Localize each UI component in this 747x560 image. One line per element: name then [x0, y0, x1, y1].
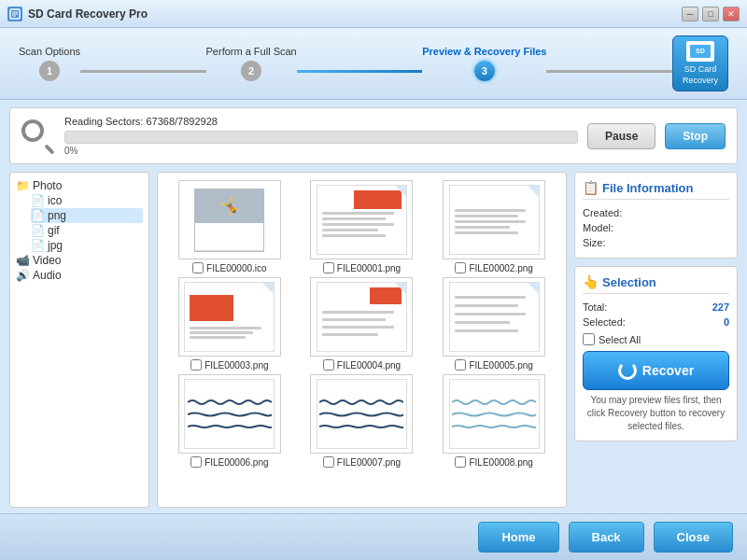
tree-item-png[interactable]: 📄 png [31, 208, 143, 223]
title-bar: SD Card Recovery Pro ─ □ ✕ [0, 0, 747, 28]
tree-item-gif[interactable]: 📄 gif [31, 223, 143, 238]
selection-selected-label: Selected: [583, 316, 626, 328]
file-checkbox-5[interactable] [455, 359, 466, 371]
file-tree: 📁 Photo 📄 ico 📄 png 📄 gif 📄 jpg 📹 Vi [9, 172, 149, 508]
file-label-4: FILE00004.png [323, 359, 401, 371]
tree-item-photo[interactable]: 📁 Photo [16, 178, 143, 193]
selection-icon: 👆 [583, 274, 599, 289]
file-icon-ico: 📄 [31, 194, 45, 207]
bottom-bar: Home Back Close [0, 513, 747, 560]
selection-selected-row: Selected: 0 [583, 315, 729, 329]
pause-button[interactable]: Pause [587, 123, 655, 149]
file-item-3[interactable]: FILE00003.png [165, 277, 294, 371]
file-checkbox-1[interactable] [323, 262, 334, 273]
file-label-6: FILE00006.png [190, 456, 268, 468]
recover-hint: You may preview files first, then click … [583, 394, 729, 433]
progress-info: Reading Sectors: 67368/7892928 0% [64, 116, 578, 156]
file-thumb-1 [310, 180, 413, 259]
right-panel: 📋 File Information Created: Model: Size:… [574, 172, 738, 508]
selection-panel: 👆 Selection Total: 227 Selected: 0 Selec… [574, 266, 738, 441]
home-button[interactable]: Home [478, 522, 558, 553]
recover-icon [618, 361, 637, 380]
wave-svg-6b [188, 411, 272, 418]
file-checkbox-3[interactable] [190, 359, 202, 371]
folder-icon-audio: 🔊 [16, 269, 30, 282]
file-item-7[interactable]: FILE00007.png [298, 374, 427, 468]
folder-icon-video: 📹 [16, 254, 30, 267]
selection-total-value: 227 [712, 301, 729, 313]
info-row-created: Created: [583, 205, 729, 220]
file-name-3: FILE00003.png [204, 360, 268, 371]
file-name-1: FILE00001.png [337, 263, 401, 273]
recover-button[interactable]: Recover [583, 351, 729, 390]
select-all-checkbox[interactable] [583, 333, 595, 345]
select-all-label: Select All [599, 334, 641, 345]
selection-total-label: Total: [583, 301, 607, 313]
tree-label-photo: Photo [33, 179, 62, 192]
file-thumb-8 [443, 374, 545, 454]
step-line-3 [546, 70, 671, 73]
selection-title: 👆 Selection [583, 274, 729, 294]
step-line-2 [297, 70, 422, 73]
file-info-panel: 📋 File Information Created: Model: Size: [574, 172, 738, 259]
file-grid-container[interactable]: 🤸 FILE00000.ico [157, 172, 567, 508]
progress-bar [64, 131, 578, 144]
stop-button[interactable]: Stop [665, 123, 726, 149]
file-label-2: FILE00002.png [455, 262, 532, 273]
file-checkbox-8[interactable] [455, 456, 466, 468]
maximize-button[interactable]: □ [702, 7, 719, 21]
minimize-button[interactable]: ─ [682, 7, 698, 21]
info-label-model: Model: [583, 222, 613, 233]
app-title: SD Card Recovery Pro [28, 7, 148, 21]
wave-svg-6 [188, 399, 272, 406]
file-name-7: FILE00007.png [337, 457, 401, 468]
close-button[interactable]: Close [654, 522, 733, 553]
file-item-4[interactable]: FILE00004.png [298, 277, 427, 371]
step3-label: Preview & Recovery Files [422, 46, 546, 57]
file-icon-jpg: 📄 [31, 239, 45, 252]
info-row-model: Model: [583, 220, 729, 235]
tree-label-audio: Audio [33, 269, 62, 282]
file-label-1: FILE00001.png [323, 262, 401, 273]
file-checkbox-4[interactable] [323, 359, 334, 371]
tree-item-video[interactable]: 📹 Video [16, 253, 143, 268]
tree-item-audio[interactable]: 🔊 Audio [16, 268, 143, 283]
file-thumb-7 [310, 374, 413, 454]
main-area: 📁 Photo 📄 ico 📄 png 📄 gif 📄 jpg 📹 Vi [9, 172, 738, 508]
file-label-8: FILE00008.png [455, 456, 532, 468]
file-name-2: FILE00002.png [469, 263, 532, 273]
file-item-8[interactable]: FILE00008.png [430, 374, 558, 468]
file-thumb-3 [178, 277, 281, 357]
file-item-2[interactable]: FILE00002.png [430, 180, 558, 273]
file-item-0[interactable]: 🤸 FILE00000.ico [165, 180, 294, 273]
file-item-1[interactable]: FILE00001.png [298, 180, 427, 273]
file-checkbox-6[interactable] [190, 456, 202, 468]
file-icon-gif: 📄 [31, 224, 45, 237]
file-label-5: FILE00005.png [455, 359, 532, 371]
file-item-5[interactable]: FILE00005.png [430, 277, 558, 371]
step1-circle: 1 [39, 61, 60, 81]
file-thumb-2 [443, 180, 545, 259]
file-label-0: FILE00000.ico [192, 262, 267, 273]
file-name-5: FILE00005.png [469, 360, 532, 371]
file-grid: 🤸 FILE00000.ico [158, 173, 566, 475]
wave-svg-6c [188, 423, 272, 430]
tree-label-ico: ico [48, 194, 62, 207]
file-checkbox-2[interactable] [455, 262, 466, 273]
file-info-icon: 📋 [583, 180, 599, 195]
file-info-title: 📋 File Information [583, 180, 729, 200]
file-item-6[interactable]: FILE00006.png [165, 374, 294, 468]
file-checkbox-0[interactable] [192, 262, 204, 273]
tree-item-jpg[interactable]: 📄 jpg [31, 238, 143, 253]
tree-item-ico[interactable]: 📄 ico [31, 193, 143, 208]
file-label-7: FILE00007.png [323, 456, 401, 468]
info-label-created: Created: [583, 207, 622, 218]
file-thumb-5 [443, 277, 545, 357]
step1-label: Scan Options [19, 46, 80, 57]
file-thumb-6 [178, 374, 281, 454]
file-checkbox-7[interactable] [323, 456, 334, 468]
back-button[interactable]: Back [569, 522, 644, 553]
info-row-size: Size: [583, 235, 729, 250]
folder-icon-photo: 📁 [16, 179, 30, 192]
close-window-button[interactable]: ✕ [723, 7, 740, 21]
